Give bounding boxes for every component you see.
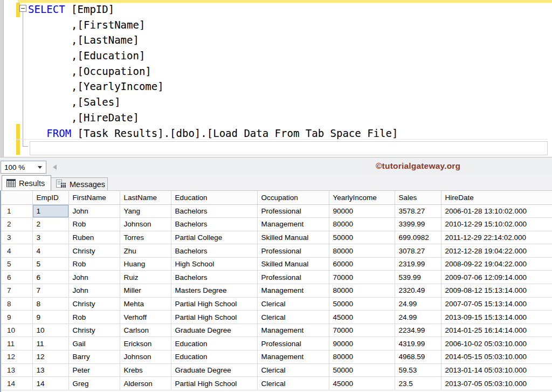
row-number-cell[interactable]: 11 (1, 337, 32, 350)
grid-cell[interactable]: Barry (68, 350, 120, 364)
grid-cell[interactable]: 3078.27 (395, 244, 441, 258)
grid-cell[interactable]: 699.0982 (395, 231, 441, 244)
row-number-cell[interactable]: 12 (1, 350, 32, 364)
grid-cell[interactable]: Ruben (68, 231, 120, 244)
column-header-empid[interactable]: EmpID (32, 191, 68, 204)
grid-cell[interactable]: 2014-01-25 16:14:14.000 (441, 324, 552, 337)
grid-cell[interactable]: 24.99 (395, 297, 441, 311)
grid-cell[interactable]: Krebs (120, 363, 171, 377)
row-number-header[interactable] (1, 191, 32, 204)
grid-cell[interactable]: 2012-12-28 19:04:22.000 (441, 244, 552, 258)
grid-cell[interactable]: 2014-05-15 05:03:10.000 (441, 350, 552, 364)
grid-cell[interactable]: Clerical (257, 297, 329, 311)
grid-cell-selected[interactable]: 1 (32, 204, 68, 218)
row-number-cell[interactable]: 13 (1, 363, 32, 377)
grid-cell[interactable]: 4319.99 (395, 337, 441, 350)
grid-cell[interactable]: 2013-09-15 15:13:14.000 (441, 311, 552, 324)
grid-cell[interactable]: 45000 (329, 311, 395, 324)
column-header-yearlyincome[interactable]: YearlyIncome (329, 191, 395, 204)
grid-cell[interactable]: Education (171, 350, 257, 364)
grid-cell[interactable]: Management (257, 324, 329, 337)
row-number-cell[interactable]: 4 (1, 244, 32, 258)
grid-cell[interactable]: Erickson (120, 337, 171, 350)
column-header-lastname[interactable]: LastName (120, 191, 171, 204)
grid-cell[interactable]: Christy (68, 244, 120, 258)
grid-cell[interactable]: 2006-10-02 05:03:10.000 (441, 337, 552, 350)
grid-cell[interactable]: 24.99 (395, 311, 441, 324)
row-number-cell[interactable]: 8 (1, 297, 32, 311)
grid-cell[interactable]: Partial High School (171, 311, 257, 324)
grid-cell[interactable]: 2013-07-05 05:03:10.000 (441, 377, 552, 390)
grid-cell[interactable]: 59.53 (395, 363, 441, 377)
grid-cell[interactable]: 60000 (329, 257, 395, 271)
grid-cell[interactable]: Rob (68, 218, 120, 231)
grid-cell[interactable]: 6 (32, 271, 68, 284)
grid-cell[interactable]: 2 (32, 218, 68, 231)
grid-cell[interactable]: 2009-07-06 12:09:14.000 (441, 271, 552, 284)
grid-cell[interactable]: 70000 (329, 324, 395, 337)
grid-cell[interactable]: Professional (257, 244, 329, 258)
grid-cell[interactable]: Torres (120, 231, 171, 244)
grid-cell[interactable]: Partial High School (171, 377, 257, 390)
column-header-sales[interactable]: Sales (395, 191, 441, 204)
grid-cell[interactable]: John (68, 204, 120, 218)
grid-cell[interactable]: 13 (32, 363, 68, 377)
grid-cell[interactable]: Alderson (120, 377, 171, 390)
grid-cell[interactable]: 2009-08-12 15:13:14.000 (441, 284, 552, 298)
grid-cell[interactable]: Carlson (120, 324, 171, 337)
row-number-cell[interactable]: 2 (1, 218, 32, 231)
grid-cell[interactable]: 2320.49 (395, 284, 441, 298)
grid-cell[interactable]: Management (257, 284, 329, 298)
grid-cell[interactable]: 80000 (329, 284, 395, 298)
grid-cell[interactable]: Miller (120, 284, 171, 298)
grid-cell[interactable]: Christy (68, 297, 120, 311)
tab-messages[interactable]: Messages (51, 177, 108, 190)
column-header-firstname[interactable]: FirstName (68, 191, 120, 204)
row-number-cell[interactable]: 7 (1, 284, 32, 298)
grid-cell[interactable]: 8 (32, 297, 68, 311)
grid-cell[interactable]: Zhu (120, 244, 171, 258)
grid-cell[interactable]: 12 (32, 350, 68, 364)
grid-cell[interactable]: 90000 (329, 204, 395, 218)
grid-cell[interactable]: 2006-01-28 13:10:02.000 (441, 204, 552, 218)
grid-cell[interactable]: Bachelors (171, 244, 257, 258)
grid-cell[interactable]: Johnson (120, 218, 171, 231)
grid-cell[interactable]: 2010-12-29 15:10:02.000 (441, 218, 552, 231)
row-number-cell[interactable]: 6 (1, 271, 32, 284)
grid-cell[interactable]: Clerical (257, 377, 329, 390)
grid-cell[interactable]: John (68, 284, 120, 298)
grid-cell[interactable]: 80000 (329, 350, 395, 364)
grid-cell[interactable]: High School (171, 257, 257, 271)
grid-cell[interactable]: 2008-09-22 19:04:22.000 (441, 257, 552, 271)
grid-cell[interactable]: Verhoff (120, 311, 171, 324)
grid-cell[interactable]: Graduate Degree (171, 324, 257, 337)
grid-cell[interactable]: Management (257, 350, 329, 364)
grid-cell[interactable]: 2234.99 (395, 324, 441, 337)
grid-cell[interactable]: 45000 (329, 377, 395, 390)
collapse-region-toggle[interactable] (19, 5, 26, 12)
grid-cell[interactable]: 2319.99 (395, 257, 441, 271)
tab-results[interactable]: Results (2, 175, 51, 190)
grid-cell[interactable]: 2007-07-05 15:13:14.000 (441, 297, 552, 311)
grid-cell[interactable]: 9 (32, 311, 68, 324)
grid-cell[interactable]: Yang (120, 204, 171, 218)
grid-cell[interactable]: 5 (32, 257, 68, 271)
grid-cell[interactable]: 80000 (329, 218, 395, 231)
grid-cell[interactable]: 10 (32, 324, 68, 337)
grid-cell[interactable]: 11 (32, 337, 68, 350)
grid-cell[interactable]: Professional (257, 337, 329, 350)
grid-cell[interactable]: 50000 (329, 231, 395, 244)
row-number-cell[interactable]: 14 (1, 377, 32, 390)
grid-cell[interactable]: Clerical (257, 363, 329, 377)
row-number-cell[interactable]: 1 (1, 204, 32, 218)
grid-cell[interactable]: Ruiz (120, 271, 171, 284)
grid-cell[interactable]: 3399.99 (395, 218, 441, 231)
grid-cell[interactable]: Bachelors (171, 271, 257, 284)
grid-cell[interactable]: Gail (68, 337, 120, 350)
grid-cell[interactable]: Huang (120, 257, 171, 271)
grid-cell[interactable]: 3 (32, 231, 68, 244)
grid-cell[interactable]: Clerical (257, 311, 329, 324)
column-header-education[interactable]: Education (171, 191, 257, 204)
grid-cell[interactable]: Partial High School (171, 297, 257, 311)
column-header-occupation[interactable]: Occupation (257, 191, 329, 204)
